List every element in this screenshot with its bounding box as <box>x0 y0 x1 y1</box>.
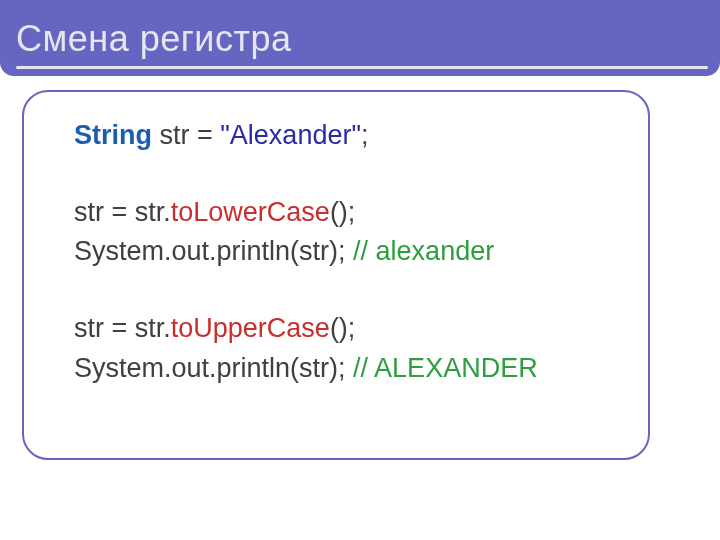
comment-lower: // alexander <box>353 236 494 266</box>
text: str = str. <box>74 197 171 227</box>
method-touppercase: toUpperCase <box>171 313 330 343</box>
string-literal: "Alexander" <box>220 120 361 150</box>
method-tolowercase: toLowerCase <box>171 197 330 227</box>
code-line-3: System.out.println(str); // alexander <box>74 232 638 271</box>
text: str = str. <box>74 313 171 343</box>
title-underline <box>16 66 708 69</box>
code-block: String str = "Alexander"; str = str.toLo… <box>74 116 638 388</box>
keyword-string: String <box>74 120 152 150</box>
text: System.out.println(str); <box>74 353 353 383</box>
text: (); <box>330 197 355 227</box>
blank-line <box>74 271 638 309</box>
title-bar: Смена регистра <box>0 0 720 76</box>
text: str = <box>152 120 220 150</box>
code-line-4: str = str.toUpperCase(); <box>74 309 638 348</box>
slide-title: Смена регистра <box>16 18 292 60</box>
comment-upper: // ALEXANDER <box>353 353 538 383</box>
slide: Смена регистра String str = "Alexander";… <box>0 0 720 540</box>
code-line-2: str = str.toLowerCase(); <box>74 193 638 232</box>
text: ; <box>361 120 369 150</box>
text: System.out.println(str); <box>74 236 353 266</box>
content-box: String str = "Alexander"; str = str.toLo… <box>22 90 650 460</box>
code-line-1: String str = "Alexander"; <box>74 116 638 155</box>
code-line-5: System.out.println(str); // ALEXANDER <box>74 349 638 388</box>
blank-line <box>74 155 638 193</box>
text: (); <box>330 313 355 343</box>
